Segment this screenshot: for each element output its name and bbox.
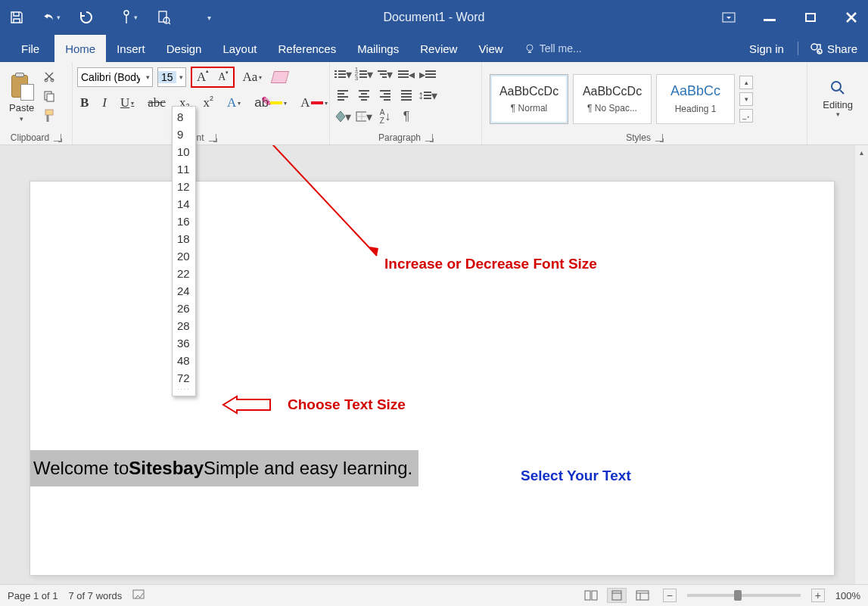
change-case-button[interactable]: Aa▾ [239, 68, 265, 86]
font-color-button[interactable]: A▾ [297, 94, 331, 112]
borders-button[interactable]: ▾ [356, 109, 372, 124]
align-left-button[interactable] [334, 88, 351, 103]
undo-icon[interactable]: ▾ [42, 8, 61, 26]
proofing-icon[interactable] [132, 589, 146, 603]
ribbon-display-options-icon[interactable] [720, 10, 738, 25]
font-size-option[interactable]: 22 [173, 265, 195, 282]
style-normal[interactable]: AaBbCcDc ¶ Normal [490, 74, 568, 124]
print-layout-icon[interactable] [607, 588, 627, 603]
line-spacing-button[interactable]: ↕▾ [419, 88, 436, 103]
format-painter-icon[interactable] [42, 109, 57, 123]
paste-button[interactable]: Paste [9, 102, 34, 113]
show-marks-button[interactable]: ¶ [398, 109, 415, 124]
tab-file[interactable]: File [11, 35, 50, 62]
decrease-indent-button[interactable]: ◂ [398, 67, 415, 82]
web-layout-icon[interactable] [633, 588, 652, 603]
find-icon[interactable] [829, 79, 846, 96]
font-size-option[interactable]: 11 [173, 160, 195, 178]
shading-button[interactable]: ▾ [334, 109, 351, 124]
repeat-icon[interactable] [77, 8, 95, 26]
page-indicator[interactable]: Page 1 of 1 [8, 590, 58, 601]
tab-insert[interactable]: Insert [106, 35, 156, 62]
tab-layout[interactable]: Layout [212, 35, 267, 62]
font-size-option[interactable]: 8 [173, 108, 195, 126]
cut-icon[interactable] [42, 70, 57, 83]
font-size-option[interactable]: 9 [173, 126, 195, 143]
zoom-in-icon[interactable]: + [811, 589, 825, 602]
qat-customize-icon[interactable]: ▾ [200, 8, 218, 26]
sign-in-link[interactable]: Sign in [749, 42, 784, 55]
tab-review[interactable]: Review [409, 35, 468, 62]
sort-button[interactable]: AZ↓ [377, 109, 394, 124]
font-size-option[interactable]: 12 [173, 178, 195, 195]
clear-formatting-button[interactable] [269, 70, 291, 85]
font-size-input[interactable] [158, 71, 176, 83]
font-size-option[interactable]: 28 [173, 317, 195, 334]
vertical-scrollbar[interactable]: ▴ [854, 145, 868, 584]
align-right-button[interactable] [377, 88, 394, 103]
word-count[interactable]: 7 of 7 words [69, 590, 123, 601]
style-heading-1[interactable]: AaBbCc Heading 1 [656, 74, 735, 124]
font-name-input[interactable] [78, 71, 143, 83]
bullets-button[interactable]: ▾ [334, 67, 351, 82]
zoom-slider[interactable] [687, 594, 801, 597]
styles-row-up-icon[interactable]: ▴ [739, 76, 753, 89]
font-size-option[interactable]: 36 [173, 334, 195, 352]
paste-icon[interactable] [10, 75, 34, 101]
tab-home[interactable]: Home [54, 35, 106, 62]
text-effects-button[interactable]: A▾ [224, 94, 244, 112]
increase-indent-button[interactable]: ▸ [419, 67, 436, 82]
font-size-option[interactable]: 72 [173, 369, 195, 387]
font-name-combo[interactable]: ▾ [77, 67, 153, 87]
font-name-dropdown-icon[interactable]: ▾ [143, 73, 152, 81]
font-size-option[interactable]: 26 [173, 300, 195, 317]
tab-design[interactable]: Design [156, 35, 213, 62]
tab-view[interactable]: View [468, 35, 513, 62]
multilevel-button[interactable]: ▾ [377, 67, 394, 82]
shrink-font-button[interactable]: A▾ [215, 68, 232, 86]
styles-row-down-icon[interactable]: ▾ [739, 92, 753, 106]
print-preview-icon[interactable] [154, 8, 173, 26]
font-size-option[interactable]: 18 [173, 230, 195, 247]
save-icon[interactable] [8, 8, 26, 26]
selected-text[interactable]: Welcome to Sitesbay Simple and easy lear… [30, 450, 418, 486]
styles-launcher-icon[interactable] [655, 134, 663, 141]
font-size-dropdown-icon[interactable]: ▾ [176, 73, 185, 81]
justify-button[interactable] [398, 88, 415, 103]
share-button[interactable]: Share [798, 42, 857, 55]
zoom-slider-thumb[interactable] [734, 590, 742, 601]
read-mode-icon[interactable] [581, 588, 601, 603]
underline-button[interactable]: U▾ [117, 94, 137, 112]
minimize-icon[interactable] [761, 10, 779, 25]
align-center-button[interactable] [356, 88, 372, 103]
tab-mailings[interactable]: Mailings [347, 35, 409, 62]
tab-references[interactable]: References [267, 35, 347, 62]
bold-button[interactable]: B [77, 94, 92, 112]
dropdown-resize-grip-icon[interactable]: ···· [173, 387, 195, 391]
tell-me[interactable]: Tell me... [514, 35, 582, 62]
font-size-combo[interactable]: ▾ [157, 67, 186, 87]
font-size-option[interactable]: 24 [173, 282, 195, 300]
zoom-out-icon[interactable]: − [663, 589, 677, 602]
highlight-button[interactable]: ab✎▾ [251, 94, 290, 112]
superscript-button[interactable]: x2 [200, 94, 216, 112]
font-size-option[interactable]: 20 [173, 247, 195, 265]
editing-dropdown-icon[interactable]: ▾ [836, 110, 840, 118]
zoom-level[interactable]: 100% [835, 590, 860, 601]
paragraph-launcher-icon[interactable] [425, 134, 433, 141]
grow-font-button[interactable]: A▴ [194, 68, 212, 86]
editing-button[interactable]: Editing [823, 99, 853, 110]
scroll-up-icon[interactable]: ▴ [855, 145, 868, 159]
copy-icon[interactable] [42, 89, 57, 103]
italic-button[interactable]: I [99, 94, 110, 112]
style-no-spacing[interactable]: AaBbCcDc ¶ No Spac... [573, 74, 652, 124]
paste-dropdown-icon[interactable]: ▾ [20, 115, 23, 123]
clipboard-launcher-icon[interactable] [54, 134, 61, 141]
numbering-button[interactable]: 123▾ [356, 67, 372, 82]
styles-more-icon[interactable]: ⎯▾ [739, 109, 753, 123]
strikethrough-button[interactable]: abc [145, 94, 169, 112]
font-launcher-icon[interactable] [209, 134, 216, 141]
touch-mode-icon[interactable]: ▾ [120, 8, 138, 26]
font-size-option[interactable]: 48 [173, 352, 195, 369]
font-size-option[interactable]: 14 [173, 195, 195, 213]
